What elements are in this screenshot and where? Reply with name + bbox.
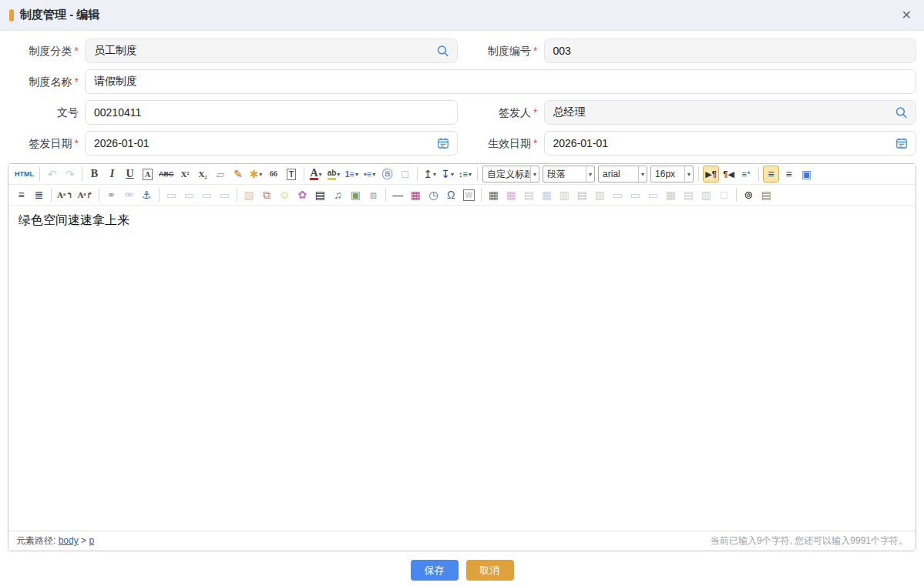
element-path-body-link[interactable]: body: [59, 535, 79, 546]
category-input[interactable]: 员工制度: [85, 39, 458, 63]
superscript-icon[interactable]: X²: [177, 166, 193, 182]
image-align-right-icon[interactable]: ▭: [217, 186, 233, 203]
editor-paragraph[interactable]: 绿色空间速速拿上来: [18, 213, 906, 229]
font-family-select[interactable]: arial▾: [598, 166, 647, 182]
search-icon[interactable]: [436, 45, 449, 58]
cancel-button[interactable]: 取消: [466, 560, 514, 581]
date-icon[interactable]: ▦: [408, 186, 424, 203]
doc-no-input[interactable]: 00210411: [85, 100, 458, 125]
delete-col-icon[interactable]: ▥: [592, 186, 608, 203]
page-break-icon[interactable]: □: [716, 186, 732, 203]
required-mark: *: [75, 75, 79, 88]
anchor-icon[interactable]: ⚓: [139, 186, 155, 203]
italic-icon[interactable]: I: [104, 166, 120, 182]
highlight-color-icon[interactable]: ab▾: [326, 166, 342, 182]
to-lowercase-icon[interactable]: Aᵃ↱: [76, 186, 94, 203]
horizontal-rule-icon[interactable]: —: [390, 186, 406, 203]
delete-table-icon[interactable]: ▦: [503, 186, 519, 203]
table-caption-icon[interactable]: ▤: [521, 186, 537, 203]
effective-date-input[interactable]: 2026-01-01: [544, 131, 917, 156]
fullscreen-icon[interactable]: ▣: [798, 166, 815, 182]
align-center-icon[interactable]: ≡: [781, 166, 797, 182]
justify-icon[interactable]: ≣: [31, 186, 47, 203]
strikethrough-icon[interactable]: ABC: [157, 166, 176, 182]
blockquote-icon[interactable]: 66: [266, 166, 282, 182]
font-size-select[interactable]: 16px▾: [650, 166, 694, 182]
space-after-icon[interactable]: ↧▾: [439, 166, 455, 182]
underline-icon[interactable]: U: [122, 166, 138, 182]
issue-date-label: 签发日期*: [0, 131, 79, 156]
name-input[interactable]: 请假制度: [85, 69, 916, 94]
split-cols-icon[interactable]: ▥: [698, 186, 714, 203]
close-icon[interactable]: ✕: [902, 9, 912, 22]
subscript-icon[interactable]: X₂: [195, 166, 211, 182]
insert-table-icon[interactable]: ▦: [486, 186, 502, 203]
merge-right-icon[interactable]: ▭: [627, 186, 643, 203]
calendar-icon[interactable]: [895, 137, 908, 149]
link-icon[interactable]: ⚭: [103, 186, 119, 203]
clear-doc-icon[interactable]: □: [397, 166, 413, 182]
number-input[interactable]: 003: [544, 39, 917, 63]
bold-icon[interactable]: B: [86, 166, 102, 182]
calendar-icon[interactable]: [437, 137, 449, 149]
time-icon[interactable]: ◷: [425, 186, 442, 203]
insert-image-icon[interactable]: ▧: [241, 186, 257, 203]
delete-row-icon[interactable]: ▤: [574, 186, 590, 203]
indent-icon[interactable]: ≡⁺: [738, 166, 754, 182]
image-align-center-icon[interactable]: ▭: [199, 186, 215, 203]
html-source-icon[interactable]: HTML: [13, 166, 35, 182]
ordered-list-icon[interactable]: 1≡▾: [344, 166, 361, 182]
align-right-icon[interactable]: ≡: [13, 186, 29, 203]
insert-video-icon[interactable]: ▤: [312, 186, 328, 203]
issue-date-value: 2026-01-01: [94, 137, 150, 149]
space-before-icon[interactable]: ↥▾: [422, 166, 438, 182]
insert-row-icon[interactable]: ▦: [539, 186, 555, 203]
music-icon[interactable]: ♫: [330, 186, 346, 203]
image-align-left-icon[interactable]: ▭: [181, 186, 197, 203]
search-icon[interactable]: [895, 106, 908, 119]
merge-down-icon[interactable]: ▭: [645, 186, 661, 203]
editor-content-area[interactable]: 绿色空间速速拿上来: [8, 206, 916, 531]
unordered-list-icon[interactable]: •≡▾: [361, 166, 378, 182]
remove-format-icon[interactable]: ▱: [213, 166, 229, 182]
heading-select[interactable]: 自定义标题▾: [482, 166, 539, 182]
split-rows-icon[interactable]: ▤: [680, 186, 697, 203]
save-button[interactable]: 保存: [411, 560, 459, 581]
toolbar-separator: [39, 167, 40, 181]
rich-text-editor: HTML↶↷BIUAABCX²X₂▱✎✱▾66TA▾ab▾1≡▾•≡▾ⓐ□↥▾↧…: [8, 163, 916, 551]
dir-ltr-icon[interactable]: ▶¶: [703, 166, 719, 182]
paragraph-select[interactable]: 段落▾: [543, 166, 595, 182]
redo-icon[interactable]: ↷: [62, 166, 78, 182]
screenshot-icon[interactable]: ⧈: [365, 186, 381, 203]
format-brush-icon[interactable]: ✎: [230, 166, 247, 182]
unlink-icon[interactable]: ⚮: [121, 186, 137, 203]
font-color-icon[interactable]: A▾: [308, 166, 324, 182]
element-path: 元素路径: body > p: [16, 534, 94, 547]
inline-code-icon[interactable]: ⓐ: [379, 166, 395, 182]
line-height-icon[interactable]: ↕≡▾: [457, 166, 473, 182]
dir-rtl-icon[interactable]: ¶◀: [721, 166, 737, 182]
undo-icon[interactable]: ↶: [44, 166, 60, 182]
auto-typeset-icon[interactable]: ✱▾: [248, 166, 264, 182]
split-cells-icon[interactable]: ▦: [663, 186, 679, 203]
special-char-icon[interactable]: Ω: [443, 186, 459, 203]
toolbar-separator: [237, 188, 237, 202]
search-replace-icon[interactable]: ⊚: [741, 186, 757, 203]
font-border-icon[interactable]: A: [139, 166, 156, 182]
emoji-icon[interactable]: ☺: [277, 186, 293, 203]
issue-date-input[interactable]: 2026-01-01: [85, 131, 458, 156]
merge-cells-icon[interactable]: ▭: [610, 186, 626, 203]
to-uppercase-icon[interactable]: Aᵃ↰: [55, 186, 74, 203]
word-import-icon[interactable]: W: [461, 186, 477, 203]
issuer-input[interactable]: 总经理: [544, 100, 917, 125]
element-path-p-link[interactable]: p: [89, 535, 94, 546]
align-left-icon[interactable]: ≡: [763, 166, 779, 182]
multi-image-icon[interactable]: ⧉: [259, 186, 275, 203]
paste-text-icon[interactable]: T: [284, 166, 300, 182]
insert-flash-icon[interactable]: ▣: [348, 186, 364, 203]
scrawl-icon[interactable]: ✿: [294, 186, 311, 203]
insert-col-icon[interactable]: ▥: [556, 186, 573, 203]
image-align-none-icon[interactable]: ▭: [163, 186, 180, 203]
doc-no-label: 文号: [0, 100, 79, 125]
clipboard-icon[interactable]: ▤: [758, 186, 774, 203]
